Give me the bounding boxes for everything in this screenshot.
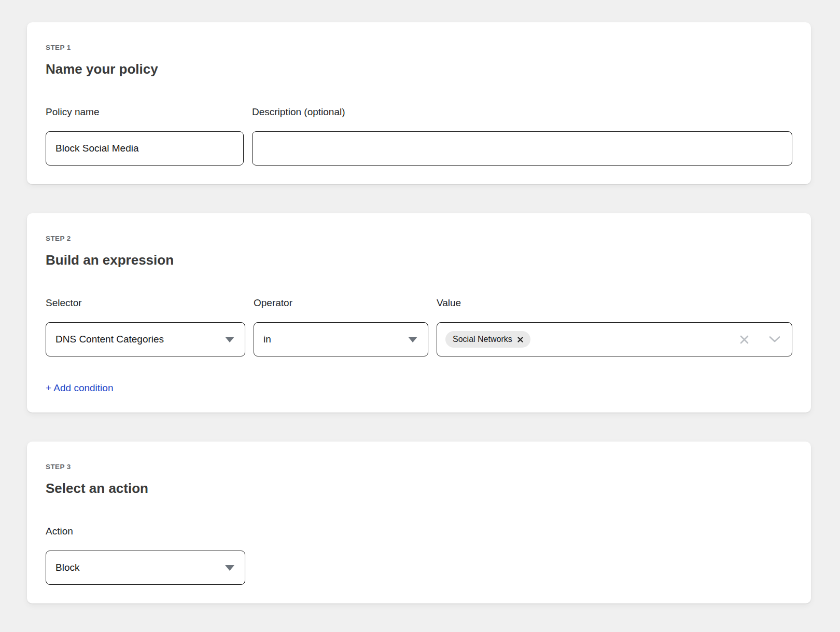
action-dropdown[interactable]: Block xyxy=(46,551,245,585)
value-label: Value xyxy=(437,297,792,309)
step3-label: STEP 3 xyxy=(46,463,792,471)
operator-dropdown[interactable]: in xyxy=(254,322,428,356)
caret-down-icon xyxy=(225,337,234,342)
value-multiselect[interactable]: Social Networks xyxy=(437,322,792,356)
caret-down-icon xyxy=(225,565,234,571)
value-tag: Social Networks xyxy=(445,331,530,348)
policy-name-input[interactable] xyxy=(46,131,244,166)
description-field: Description (optional) xyxy=(252,106,792,166)
selector-dropdown[interactable]: DNS Content Categories xyxy=(46,322,245,356)
value-tag-label: Social Networks xyxy=(453,335,512,344)
step3-title: Select an action xyxy=(46,480,792,496)
operator-dropdown-value: in xyxy=(263,334,271,345)
action-row: Action Block xyxy=(46,526,792,585)
step2-title: Build an expression xyxy=(46,252,792,268)
step1-fields-row: Policy name Description (optional) xyxy=(46,106,792,166)
policy-builder-page: STEP 1 Name your policy Policy name Desc… xyxy=(0,0,840,632)
caret-down-icon xyxy=(408,337,417,342)
policy-name-label: Policy name xyxy=(46,106,244,118)
clear-all-icon[interactable] xyxy=(739,335,749,345)
add-condition-link[interactable]: + Add condition xyxy=(46,382,113,394)
step3-card: STEP 3 Select an action Action Block xyxy=(27,442,811,603)
action-dropdown-value: Block xyxy=(55,562,79,573)
expression-row: Selector DNS Content Categories Operator… xyxy=(46,297,792,356)
selector-label: Selector xyxy=(46,297,245,309)
action-label: Action xyxy=(46,526,245,537)
chevron-down-icon[interactable] xyxy=(769,336,780,343)
description-input[interactable] xyxy=(252,131,792,166)
step2-label: STEP 2 xyxy=(46,235,792,242)
step1-title: Name your policy xyxy=(46,61,792,77)
operator-label: Operator xyxy=(254,297,428,309)
step1-card: STEP 1 Name your policy Policy name Desc… xyxy=(27,22,811,184)
description-label: Description (optional) xyxy=(252,106,792,118)
action-field: Action Block xyxy=(46,526,245,585)
step2-card: STEP 2 Build an expression Selector DNS … xyxy=(27,213,811,413)
selector-field: Selector DNS Content Categories xyxy=(46,297,245,356)
operator-field: Operator in xyxy=(254,297,428,356)
step1-label: STEP 1 xyxy=(46,44,792,51)
remove-tag-icon[interactable] xyxy=(517,337,523,342)
policy-name-field: Policy name xyxy=(46,106,244,166)
selector-dropdown-value: DNS Content Categories xyxy=(55,334,164,345)
value-field: Value Social Networks xyxy=(437,297,792,356)
